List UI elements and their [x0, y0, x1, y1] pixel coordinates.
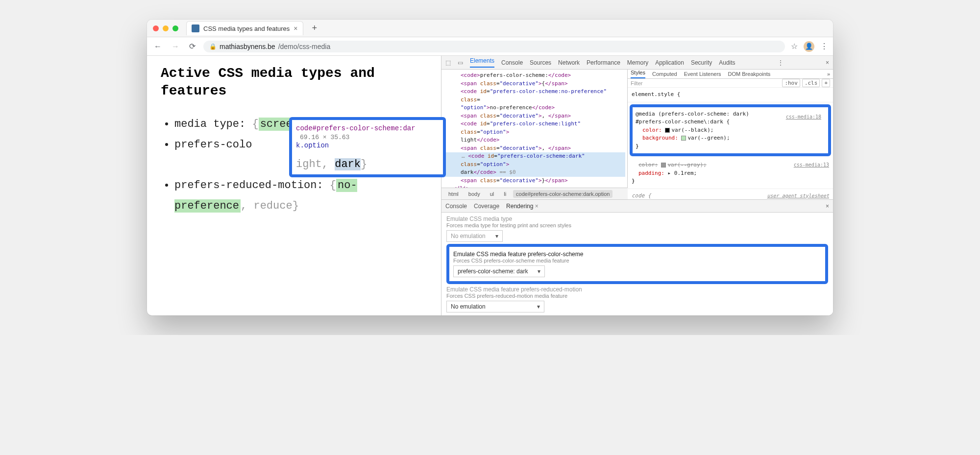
address-bar: ← → ⟳ 🔒 mathiasbynens.be/demo/css-media … — [147, 37, 833, 56]
styles-filter-row: Filter :hov .cls + — [628, 79, 833, 88]
close-tab-icon[interactable]: × — [294, 24, 297, 32]
tab-security[interactable]: Security — [691, 59, 712, 66]
tab-application[interactable]: Application — [655, 59, 684, 66]
highlighted-rendering-option: Emulate CSS media feature prefers-color-… — [446, 244, 828, 284]
tab-title: CSS media types and features — [203, 25, 290, 32]
prefers-color-scheme-select[interactable]: prefers-color-scheme: dark — [453, 265, 545, 277]
styles-tab-styles[interactable]: Styles — [631, 70, 645, 78]
bookmark-icon[interactable]: ☆ — [791, 42, 798, 51]
media-type-select[interactable]: No emulation — [446, 230, 503, 242]
styles-more-icon[interactable]: » — [827, 71, 830, 77]
rendering-panel: Emulate CSS media type Forces media type… — [441, 213, 833, 315]
devtools-main: <code>prefers-color-scheme:</code> <span… — [441, 70, 833, 199]
url-host: mathiasbynens.be — [220, 43, 275, 50]
browser-tab[interactable]: CSS media types and features × — [186, 21, 303, 35]
menu-icon[interactable]: ⋮ — [820, 42, 828, 51]
close-window-icon[interactable] — [153, 25, 159, 31]
maximize-window-icon[interactable] — [172, 25, 178, 31]
tooltip-context: ight, dark} — [296, 158, 439, 170]
inspect-icon[interactable]: ⬚ — [445, 59, 451, 66]
element-style-rule[interactable]: element.style { — [628, 88, 833, 102]
styles-tab-computed[interactable]: Computed — [652, 71, 677, 77]
back-button[interactable]: ← — [152, 42, 164, 51]
tab-console[interactable]: Console — [501, 59, 523, 66]
devtools-close-icon[interactable]: × — [826, 59, 829, 66]
favicon-icon — [192, 24, 199, 32]
drawer-tab-coverage[interactable]: Coverage — [474, 203, 499, 210]
tab-network[interactable]: Network — [558, 59, 580, 66]
tooltip-dimensions: 69.16 × 35.63 — [300, 134, 349, 141]
tooltip-selector: code#prefers-color-scheme:dar — [296, 124, 416, 132]
url-input[interactable]: 🔒 mathiasbynens.be/demo/css-media — [203, 41, 785, 52]
styles-panel: Styles Computed Event Listeners DOM Brea… — [628, 70, 833, 199]
tab-audits[interactable]: Audits — [719, 59, 735, 66]
styles-filter-input[interactable]: Filter — [631, 80, 642, 86]
css-rule-code[interactable]: user agent stylesheet code { — [628, 189, 833, 200]
list-item: prefers-reduced-motion: {no-preference, … — [174, 175, 427, 216]
tab-sources[interactable]: Sources — [530, 59, 551, 66]
device-toolbar-icon[interactable]: ▭ — [458, 59, 463, 66]
tooltip-selector-line2: k.option — [296, 142, 439, 149]
cls-toggle[interactable]: .cls — [802, 79, 820, 87]
tab-memory[interactable]: Memory — [627, 59, 648, 66]
page-viewport: Active CSS media types and features medi… — [147, 56, 441, 315]
url-path: /demo/css-media — [278, 43, 331, 50]
highlighted-css-rule: css-media:18 @media (prefers-color-schem… — [630, 104, 831, 157]
devtools: ⬚ ▭ Elements Console Sources Network Per… — [441, 56, 833, 315]
content-area: Active CSS media types and features medi… — [147, 56, 833, 315]
inspector-tooltip: code#prefers-color-scheme:dar 69.16 × 35… — [289, 117, 446, 177]
dom-tree[interactable]: <code>prefers-color-scheme:</code> <span… — [441, 70, 628, 188]
add-rule-button[interactable]: + — [822, 79, 830, 87]
styles-tab-listeners[interactable]: Event Listeners — [684, 71, 721, 77]
drawer-tab-rendering[interactable]: Rendering — [506, 203, 539, 210]
page-heading: Active CSS media types and features — [161, 65, 427, 100]
drawer-tabs: Console Coverage Rendering × — [441, 200, 833, 213]
new-tab-button[interactable]: + — [307, 23, 322, 33]
profile-avatar[interactable]: 👤 — [804, 41, 814, 52]
dom-selected-node[interactable]: … <code id="prefers-color-scheme:dark" c… — [443, 152, 625, 177]
styles-tab-breakpoints[interactable]: DOM Breakpoints — [728, 71, 771, 77]
prefers-reduced-motion-select[interactable]: No emulation — [446, 301, 544, 312]
drawer-tab-console[interactable]: Console — [445, 203, 467, 210]
minimize-window-icon[interactable] — [163, 25, 169, 31]
drawer-close-icon[interactable]: × — [826, 203, 829, 210]
css-rule-option[interactable]: css-media:13 color: var(--gray); padding… — [628, 158, 833, 189]
forward-button[interactable]: → — [170, 42, 181, 51]
tab-elements[interactable]: Elements — [470, 57, 494, 68]
styles-tabs: Styles Computed Event Listeners DOM Brea… — [628, 70, 833, 79]
window-controls — [153, 25, 178, 31]
title-bar: CSS media types and features × + — [147, 20, 833, 37]
hov-toggle[interactable]: :hov — [782, 79, 800, 87]
tab-performance[interactable]: Performance — [587, 59, 620, 66]
devtools-more-icon[interactable]: ⋮ — [778, 59, 784, 66]
lock-icon: 🔒 — [209, 43, 217, 50]
reload-button[interactable]: ⟳ — [187, 42, 197, 51]
dom-breadcrumbs[interactable]: html body ul li code#prefers-color-schem… — [441, 188, 628, 199]
devtools-drawer: Console Coverage Rendering × Emulate CSS… — [441, 199, 833, 315]
devtools-tabs: ⬚ ▭ Elements Console Sources Network Per… — [441, 56, 833, 70]
browser-window: CSS media types and features × + ← → ⟳ 🔒… — [147, 20, 833, 315]
